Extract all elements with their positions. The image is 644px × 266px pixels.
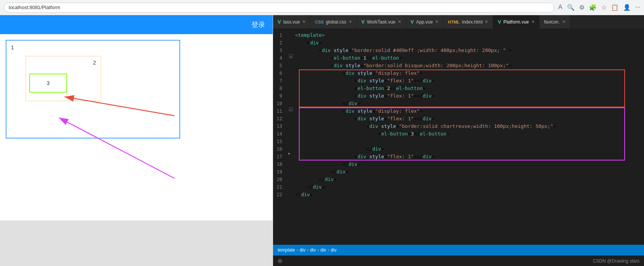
tab-label: index.html bbox=[462, 19, 483, 25]
app-header: 登录 bbox=[0, 15, 273, 34]
code-text: <div style="flex: 1"></div> bbox=[295, 92, 644, 100]
breadcrumb-sep-2: › bbox=[307, 247, 308, 253]
code-editor: V lass.vue ✕ CSS global.css ✕ V WorkTask… bbox=[273, 15, 644, 266]
vue-icon: V bbox=[411, 19, 414, 25]
code-line-21: </div> bbox=[295, 183, 644, 191]
bottom-bar: ⚙ CSDN @Drawing stars bbox=[273, 255, 644, 266]
tab-label: Platform.vue bbox=[503, 19, 529, 25]
code-text: <div> bbox=[295, 39, 644, 47]
vue-icon: V bbox=[498, 19, 501, 25]
close-icon[interactable]: ✕ bbox=[435, 19, 438, 24]
inner-chartreuse-box: 3 bbox=[29, 74, 67, 93]
vue-icon: V bbox=[278, 19, 281, 25]
html-icon: HTML bbox=[448, 20, 460, 24]
tab-platform-vue[interactable]: V Platform.vue ✕ bbox=[493, 15, 539, 28]
code-text: <div style="border:solid #409eff ;width:… bbox=[295, 47, 644, 54]
close-icon[interactable]: ✕ bbox=[531, 19, 535, 24]
line-number: 9 bbox=[273, 92, 288, 100]
code-text: </div> bbox=[295, 176, 644, 183]
code-text: <div style="border:solid bisque;width: 2… bbox=[295, 62, 644, 69]
code-line-12: <div style="flex: 1"></div> bbox=[295, 115, 644, 123]
login-button[interactable]: 登录 bbox=[251, 20, 265, 29]
tab-label: WorkTask.vue bbox=[367, 19, 395, 25]
breadcrumb: template › div › div › div › div bbox=[278, 247, 336, 253]
browser-url[interactable]: localhost:8081/Platform bbox=[4, 3, 554, 13]
line-number: 14 bbox=[273, 130, 288, 138]
settings-icon[interactable]: ⚙ bbox=[579, 4, 584, 11]
tab-worktask-vue[interactable]: V WorkTask.vue ✕ bbox=[357, 15, 406, 28]
status-bar: template › div › div › div › div bbox=[273, 245, 644, 255]
css-icon: CSS bbox=[315, 20, 324, 24]
code-line-8: <el-button>2</el-button> bbox=[295, 85, 644, 92]
code-line-19: </div> bbox=[295, 168, 644, 176]
zoom-icon[interactable]: 🔍 bbox=[567, 4, 575, 11]
code-line-4: <el-button>1</el-button> bbox=[295, 54, 644, 62]
tab-index-html[interactable]: HTML index.html ✕ bbox=[443, 15, 493, 28]
browser-bar: localhost:8081/Platform A 🔍 ⚙ 🧩 ☆ 📋 👤 ··… bbox=[0, 0, 644, 15]
code-line-3: <div style="border:solid #409eff ;width:… bbox=[295, 47, 644, 54]
tab-global-css[interactable]: CSS global.css ✕ bbox=[311, 15, 357, 28]
tab-favicon[interactable]: favicon. ✕ bbox=[540, 15, 570, 28]
attribution: CSDN @Drawing stars bbox=[593, 258, 639, 264]
code-line-22: </div> bbox=[295, 191, 644, 198]
main-content: 登录 1 2 3 bbox=[0, 15, 644, 266]
code-line-14: <el-button>3</el-button> bbox=[295, 130, 644, 138]
close-icon[interactable]: ✕ bbox=[398, 19, 401, 24]
tab-label: global.css bbox=[326, 19, 346, 25]
code-text: </div> bbox=[295, 183, 644, 191]
code-line-13: <div style="border:solid chartreuse;widt… bbox=[295, 123, 644, 130]
more-icon[interactable]: ··· bbox=[635, 4, 640, 11]
close-icon[interactable]: ✕ bbox=[302, 19, 306, 24]
breadcrumb-item-template[interactable]: template bbox=[278, 247, 295, 253]
line-number: 2 bbox=[273, 39, 288, 47]
code-text: </div> bbox=[295, 161, 644, 168]
tab-lass-vue[interactable]: V lass.vue ✕ bbox=[273, 15, 311, 28]
tab-app-vue[interactable]: V App.vue ✕ bbox=[406, 15, 444, 28]
line-number: 7 bbox=[273, 77, 288, 85]
code-text: <el-button>2</el-button> bbox=[295, 85, 644, 92]
breadcrumb-item-div3[interactable]: div bbox=[320, 247, 326, 253]
code-content-area[interactable]: 1 2 3 4 5 6 7 8 9 10 11 12 13 14 15 16 1 bbox=[273, 28, 644, 245]
bottom-left: ⚙ bbox=[278, 258, 283, 264]
breadcrumb-item-div4[interactable]: div bbox=[331, 247, 336, 253]
code-text: </div> bbox=[295, 100, 644, 107]
tab-bar: V lass.vue ✕ CSS global.css ✕ V WorkTask… bbox=[273, 15, 644, 28]
code-text: <div style="display: flex"> bbox=[295, 69, 644, 77]
breadcrumb-sep-1: › bbox=[297, 247, 298, 253]
close-icon[interactable]: ✕ bbox=[485, 19, 488, 24]
vue-icon: V bbox=[361, 19, 365, 25]
bookmark-icon[interactable]: ☆ bbox=[601, 4, 606, 11]
line-number: 4 bbox=[273, 54, 288, 62]
code-text: <div style="flex: 1"></div> bbox=[295, 115, 644, 123]
save-icon[interactable]: 📋 bbox=[611, 4, 619, 11]
browser-icons: A 🔍 ⚙ 🧩 ☆ 📋 👤 ··· bbox=[558, 4, 640, 11]
code-text: <div style="display: flex"> bbox=[295, 107, 644, 115]
code-line-18: </div> bbox=[295, 161, 644, 168]
gutter: ▸ ▸ bbox=[288, 31, 295, 242]
code-line-20: </div> bbox=[295, 176, 644, 183]
breadcrumb-item-div2[interactable]: div bbox=[310, 247, 316, 253]
font-icon[interactable]: A bbox=[558, 4, 562, 11]
code-line-5: <div style="border:solid bisque;width: 2… bbox=[295, 62, 644, 69]
close-icon[interactable]: ✕ bbox=[562, 19, 565, 24]
line-number: 10 bbox=[273, 100, 288, 107]
close-icon[interactable]: ✕ bbox=[349, 19, 352, 24]
code-text: <div style="border:solid chartreuse;widt… bbox=[295, 123, 644, 130]
code-line-7: <div style="flex: 1"></div> bbox=[295, 77, 644, 85]
line-number: 16 bbox=[273, 145, 288, 153]
extensions-icon[interactable]: 🧩 bbox=[589, 4, 597, 11]
code-text: <el-button>3</el-button> bbox=[295, 130, 644, 138]
line-number: 8 bbox=[273, 85, 288, 92]
left-bottom-area bbox=[0, 220, 273, 266]
user-icon[interactable]: 👤 bbox=[623, 4, 631, 11]
code-text: <div style="flex: 1"></div> bbox=[295, 153, 644, 161]
line-number: 19 bbox=[273, 168, 288, 176]
gear-icon[interactable]: ⚙ bbox=[278, 258, 283, 264]
line-number: 20 bbox=[273, 176, 288, 183]
outer-blue-box: 1 2 3 bbox=[6, 40, 180, 139]
middle-bisque-box: 2 3 bbox=[25, 56, 101, 101]
code-line-10: </div> bbox=[295, 100, 644, 107]
code-line-17: <div style="flex: 1"></div> bbox=[295, 153, 644, 161]
breadcrumb-item-div1[interactable]: div bbox=[300, 247, 305, 253]
code-line-1: <template> bbox=[295, 31, 644, 39]
